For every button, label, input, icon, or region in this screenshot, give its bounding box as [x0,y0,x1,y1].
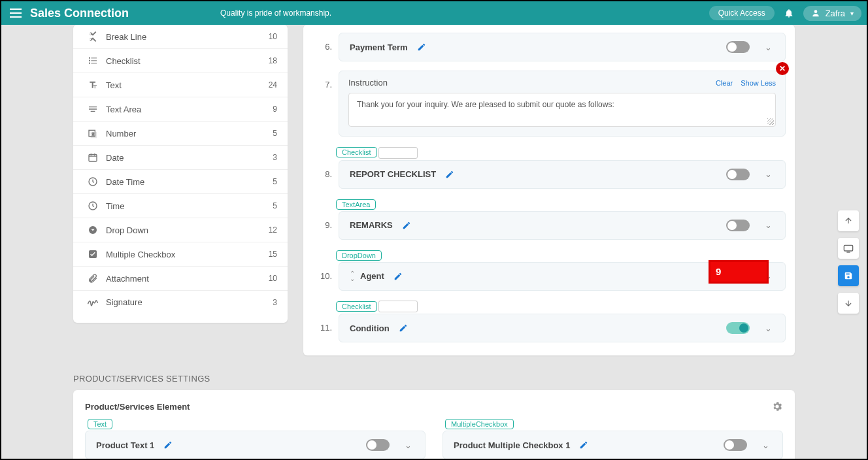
field-row-8: 8. REPORT CHECKLIST ⌄ [312,160,786,189]
svg-rect-0 [10,8,22,10]
field-card-agent[interactable]: ⌃⌄ Agent ⌄ [339,262,786,291]
chevron-down-icon[interactable]: ⌄ [401,440,414,450]
svg-rect-5 [91,58,97,58]
chevron-down-icon[interactable]: ⌄ [759,440,772,450]
svg-point-3 [814,10,817,13]
field-number: 11. [312,314,332,333]
quick-access-button[interactable]: Quick Access [709,6,775,20]
edit-icon[interactable] [579,440,588,450]
sidebar-item-count: 15 [269,250,277,259]
text-icon [84,80,102,90]
scissors-icon [84,31,102,42]
ps-card-product-multicheckbox-1[interactable]: Product Multiple Checkbox 1 ⌄ [442,431,783,459]
scroll-down-button[interactable] [838,293,859,314]
notification-bell-icon[interactable] [784,8,794,18]
field-toggle[interactable] [726,322,750,334]
show-less-link[interactable]: Show Less [741,79,776,87]
chevron-down-icon[interactable]: ⌄ [761,42,775,52]
sidebar-item-textarea[interactable]: Text Area9 [73,97,288,122]
sidebar-item-checklist[interactable]: Checklist18 [73,49,288,73]
ps-toggle[interactable] [724,439,747,451]
instruction-textarea[interactable]: Thank you for your inquiry. We are pleas… [348,93,776,127]
field-type-tag: Checklist [336,301,377,312]
sidebar-item-multicheckbox[interactable]: Multiple Checkbox15 [73,242,288,267]
sidebar-item-date[interactable]: Date3 [73,146,288,170]
edit-icon[interactable] [393,272,403,281]
app-header: Sales Connection Quality is pride of wor… [1,1,867,25]
field-toggle[interactable] [726,220,750,231]
field-number: 9. [312,211,332,230]
gear-icon[interactable] [771,401,783,412]
field-card-report-checklist[interactable]: REPORT CHECKLIST ⌄ [339,160,786,189]
fields-panel: 6. Payment Term ⌄ 7. [303,25,795,355]
sidebar-item-label: Text [102,80,269,90]
ps-toggle[interactable] [366,439,390,451]
user-menu[interactable]: Zafra ▾ [803,6,861,21]
field-type-tag: Checklist [336,147,377,157]
calendar-icon [84,152,102,163]
sidebar-item-label: Break Line [102,32,269,42]
scroll-up-button[interactable] [838,210,859,231]
edit-icon[interactable] [445,170,454,179]
field-toggle[interactable] [726,169,750,180]
sidebar-item-count: 18 [269,56,277,65]
field-row-6: 6. Payment Term ⌄ [312,33,786,61]
sidebar-item-time[interactable]: Time5 [73,194,288,218]
field-number: 6. [312,33,332,52]
sidebar-item-label: Attachment [102,274,269,284]
caret-down-icon: ▾ [850,10,854,17]
tag-input[interactable] [378,147,418,159]
field-row-11: 11. Condition ⌄ [312,314,786,342]
field-type-sidebar: Break Line10 Checklist18 Text24 Text Are… [73,25,288,323]
brand-title: Sales Connection [30,7,129,20]
sort-handle-icon[interactable]: ⌃⌄ [350,271,355,282]
sidebar-item-count: 10 [269,274,277,283]
tag-input[interactable] [378,301,418,312]
save-button[interactable] [838,265,859,286]
clock-icon [84,176,102,187]
sidebar-item-attachment[interactable]: Attachment10 [73,267,288,291]
svg-rect-18 [844,245,852,251]
ps-card-product-text-1[interactable]: Product Text 1 ⌄ [85,431,426,459]
chevron-down-icon[interactable]: ⌄ [761,271,775,281]
chevron-down-icon[interactable]: ⌄ [761,323,775,333]
edit-icon[interactable] [417,42,426,52]
chevron-down-icon[interactable]: ⌄ [761,220,775,230]
edit-icon[interactable] [163,440,173,450]
sidebar-item-label: Checklist [102,56,269,66]
signature-icon [84,298,102,307]
field-title: REPORT CHECKLIST [350,169,436,179]
sidebar-item-label: Date Time [102,177,273,187]
hamburger-menu-icon[interactable] [7,8,25,18]
sidebar-item-text[interactable]: Text24 [73,73,288,97]
sidebar-item-label: Date [102,153,273,163]
close-icon[interactable]: ✕ [776,62,789,75]
field-toggle[interactable] [726,271,750,282]
number-icon: 2 [84,128,102,139]
sidebar-item-signature[interactable]: Signature3 [73,291,288,323]
sidebar-item-dropdown[interactable]: Drop Down12 [73,218,288,242]
sidebar-item-label: Multiple Checkbox [102,250,269,259]
field-title: Agent [360,271,384,281]
sidebar-item-count: 10 [269,32,277,41]
preview-button[interactable] [838,238,859,259]
field-card-remarks[interactable]: REMARKS ⌄ [339,211,786,240]
sidebar-item-datetime[interactable]: Date Time5 [73,170,288,194]
instruction-value: Thank you for your inquiry. We are pleas… [357,100,614,109]
resize-handle-icon[interactable] [767,118,774,125]
field-toggle[interactable] [726,41,750,53]
field-card-payment-term[interactable]: Payment Term ⌄ [339,33,786,61]
ps-type-tag: Text [88,419,112,429]
field-card-condition[interactable]: Condition ⌄ [339,314,786,342]
edit-icon[interactable] [402,221,411,230]
field-title: Condition [350,323,390,333]
product-services-panel: Product/Services Element Text Product Te… [73,390,795,459]
edit-icon[interactable] [399,323,408,333]
chevron-down-icon[interactable]: ⌄ [761,169,775,179]
sidebar-item-number[interactable]: 2Number5 [73,122,288,146]
svg-rect-2 [10,16,22,18]
clock-icon [84,201,102,211]
clear-link[interactable]: Clear [716,79,733,87]
svg-rect-8 [89,63,90,64]
sidebar-item-break-line[interactable]: Break Line10 [73,25,288,49]
